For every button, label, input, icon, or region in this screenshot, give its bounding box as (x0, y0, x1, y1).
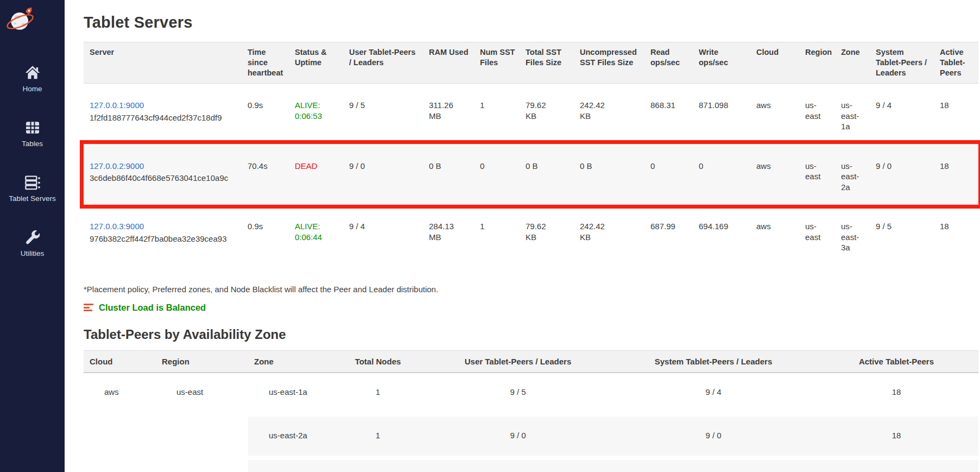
cell-num-sst-files: 1 (474, 205, 520, 265)
tablet-peers-by-zone-table: Cloud Region Zone Total Nodes User Table… (84, 350, 978, 472)
cell-zone: us-east-1a (835, 84, 870, 144)
col-header-status-uptime: Status & Uptime (289, 42, 343, 84)
cell-region: us-east (799, 144, 835, 205)
tables-icon (24, 119, 41, 136)
cell-uncompressed-sst-size: 242.42 KB (574, 84, 644, 144)
server-uuid: 3c6deb86f40c4f668e5763041ce10a9c (90, 173, 237, 184)
cell-region: us-east (799, 205, 835, 265)
sidebar-item-home[interactable]: Home (0, 64, 65, 93)
cell-cloud: aws (750, 144, 799, 205)
cell-system-tablet-peers: 9 / 0 (870, 144, 934, 205)
sidebar-item-tablet-servers[interactable]: Tablet Servers (0, 174, 65, 203)
col-header-num-sst-files: Num SST Files (474, 42, 520, 84)
cell-server: 127.0.0.2:9000 3c6deb86f40c4f668e5763041… (84, 144, 242, 205)
server-link[interactable]: 127.0.0.1:9000 (90, 100, 144, 110)
uncompressed-unit: KB (580, 232, 640, 243)
cell-status-uptime: ALIVE: 0:06:53 (289, 84, 343, 144)
cell-zone: us-east-2a (248, 414, 332, 458)
tablet-servers-table: Server Time since heartbeat Status & Upt… (84, 42, 978, 265)
cell-active-tablet-peers: 18 (934, 144, 978, 205)
cell-active-tablet-peers: 18 (934, 84, 978, 144)
total-sst-unit: KB (526, 232, 570, 243)
col-header-user-tablet-peers: User Tablet-Peers / Leaders (423, 350, 612, 373)
uncompressed-unit: KB (580, 111, 640, 122)
cell-active-tablet-peers: 18 (814, 414, 978, 458)
cell-total-nodes: 1 (332, 373, 423, 414)
col-header-system-tablet-peers: System Tablet-Peers / Leaders (870, 42, 934, 84)
cell-uncompressed-sst-size: 242.42 KB (574, 205, 644, 265)
col-header-ram-used: RAM Used (423, 42, 474, 84)
cell-system-tablet-peers: 9 / 5 (870, 205, 934, 265)
col-header-total-sst-size: Total SST Files Size (520, 42, 574, 84)
cell-heartbeat: 70.4s (242, 144, 289, 205)
uptime-text: 0:06:44 (295, 232, 339, 243)
cell-read-ops: 687.99 (644, 205, 693, 265)
main-content: Tablet Servers Server Time since heartbe… (65, 0, 980, 472)
tablet-servers-icon (24, 174, 41, 191)
cell-status-uptime: ALIVE: 0:06:44 (289, 205, 343, 265)
cell-user-tablet-peers: 9 / 0 (343, 144, 423, 205)
server-link[interactable]: 127.0.0.3:9000 (90, 222, 144, 231)
sidebar-item-utilities[interactable]: Utilities (0, 229, 65, 257)
cell-num-sst-files: 1 (474, 84, 520, 144)
uncompressed-value: 0 B (580, 161, 640, 172)
server-row-127-0-0-2-highlighted: 127.0.0.2:9000 3c6deb86f40c4f668e5763041… (84, 144, 978, 205)
ram-unit: MB (429, 232, 470, 243)
col-header-region: Region (799, 42, 835, 84)
server-uuid: 1f2fd188777643cf944ced2f37c18df9 (90, 112, 237, 123)
server-row-127-0-0-3: 127.0.0.3:9000 976b382c2ff442f7ba0bea32e… (84, 205, 978, 265)
cell-zone: us-east-2a (835, 144, 870, 205)
ram-value: 311.26 (429, 100, 470, 111)
cell-heartbeat: 0.9s (242, 84, 289, 144)
planet-rocket-logo-icon (5, 5, 36, 36)
ram-unit: MB (429, 111, 470, 122)
col-header-server: Server (84, 42, 242, 84)
uptime-text: 0:06:53 (295, 111, 339, 122)
cell-system-tablet-peers: 9 / 4 (870, 84, 934, 144)
cell-zone: us-east-3a (248, 458, 332, 472)
page-title: Tablet Servers (84, 14, 978, 32)
sidebar-item-label: Tablet Servers (9, 194, 55, 203)
cell-uncompressed-sst-size: 0 B (574, 144, 644, 205)
sidebar-item-label: Tables (22, 140, 43, 148)
balance-bars-icon (84, 304, 93, 311)
cell-read-ops: 0 (644, 144, 693, 205)
app-root: Home Tables (0, 0, 980, 472)
home-icon (24, 64, 41, 81)
cell-total-nodes: 1 (332, 458, 423, 472)
cell-write-ops: 694.169 (693, 205, 750, 265)
cell-zone: us-east-3a (835, 205, 870, 265)
cell-zone: us-east-1a (248, 373, 332, 414)
cell-region: us-east (156, 373, 248, 472)
col-header-write-ops: Write ops/sec (693, 42, 750, 84)
cell-user-tablet-peers: 9 / 4 (423, 458, 612, 472)
yugabyte-logo[interactable] (5, 5, 36, 36)
col-header-active-tablet-peers: Active Tablet-Peers (934, 42, 978, 84)
cell-active-tablet-peers: 18 (934, 205, 978, 265)
server-link[interactable]: 127.0.0.2:9000 (90, 161, 144, 171)
uncompressed-value: 242.42 (580, 100, 640, 111)
col-header-heartbeat: Time since heartbeat (242, 42, 289, 84)
col-header-system-tablet-peers: System Tablet-Peers / Leaders (612, 350, 814, 373)
cell-system-tablet-peers: 9 / 4 (612, 373, 814, 414)
cell-server: 127.0.0.1:9000 1f2fd188777643cf944ced2f3… (84, 84, 242, 144)
cell-write-ops: 871.098 (693, 84, 750, 144)
cell-active-tablet-peers: 18 (814, 458, 978, 472)
ram-value: 284.13 (429, 221, 470, 232)
server-row-127-0-0-1: 127.0.0.1:9000 1f2fd188777643cf944ced2f3… (84, 84, 978, 144)
col-header-zone: Zone (835, 42, 870, 84)
col-header-user-tablet-peers: User Tablet-Peers / Leaders (343, 42, 423, 84)
total-sst-unit: KB (526, 111, 570, 122)
cell-active-tablet-peers: 18 (814, 373, 978, 414)
cell-system-tablet-peers: 9 / 0 (612, 414, 814, 458)
cell-cloud: aws (750, 84, 799, 144)
placement-policy-footnote: *Placement policy, Preferred zones, and … (84, 285, 978, 294)
ram-value: 0 B (429, 161, 470, 172)
sidebar-item-tables[interactable]: Tables (0, 119, 65, 148)
section-title-tablet-peers-by-zone: Tablet-Peers by Availability Zone (84, 327, 978, 342)
cell-ram-used: 0 B (423, 144, 474, 205)
status-text: ALIVE: (295, 100, 339, 111)
cell-server: 127.0.0.3:9000 976b382c2ff442f7ba0bea32e… (84, 205, 242, 265)
cell-write-ops: 0 (693, 144, 750, 205)
cell-user-tablet-peers: 9 / 5 (423, 373, 612, 414)
